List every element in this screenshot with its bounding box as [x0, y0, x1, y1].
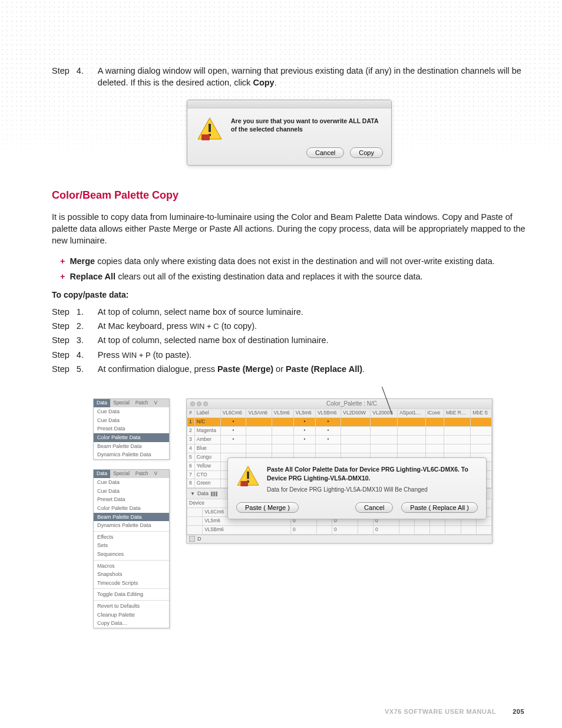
paste-replace-all-button[interactable]: Paste ( Replace All )	[401, 502, 478, 513]
menu-item[interactable]: Snapshots	[94, 570, 169, 579]
svg-rect-1	[209, 124, 211, 132]
menu-item[interactable]: Cleanup Palette	[94, 611, 169, 620]
disclosure-triangle-icon[interactable]: ▼	[190, 490, 195, 497]
menu-item[interactable]: Cue Data	[94, 416, 169, 425]
table-row[interactable]: 2Magenta	[187, 427, 492, 436]
column-header[interactable]: iCove	[425, 409, 444, 418]
window-title: Color_Palette : N/C	[211, 400, 492, 408]
step-body: A warning dialog window will open, warni…	[98, 65, 527, 89]
paste-dialog-bold: Paste All Color Palette Data for Device …	[267, 465, 478, 482]
paste-merge-button[interactable]: Paste ( Merge )	[236, 502, 299, 513]
status-d: D	[197, 535, 201, 543]
menu-item[interactable]: Cue Data	[94, 487, 169, 496]
tab-data[interactable]: Data	[94, 399, 110, 407]
menu-item[interactable]: Revert to Defaults	[94, 602, 169, 611]
menu-item[interactable]: Color Palette Data	[94, 504, 169, 513]
step-label: Step	[52, 65, 70, 89]
tab-patch[interactable]: Patch	[133, 399, 151, 407]
step-1: Step 1. At top of column, select name bo…	[52, 306, 527, 318]
plus-icon: +	[60, 255, 65, 267]
column-header[interactable]: VL5Am6	[246, 409, 272, 418]
bullet-merge: + Merge copies data only where existing …	[60, 255, 527, 267]
tab-v[interactable]: V	[151, 399, 161, 407]
copy-button[interactable]: Copy	[350, 147, 383, 158]
column-header[interactable]: VL6Cm6	[220, 409, 246, 418]
menu-item[interactable]: Color Palette Data	[94, 433, 169, 442]
tab-special[interactable]: Special	[110, 399, 133, 407]
menu-item[interactable]: Timecode Scripts	[94, 579, 169, 588]
column-header[interactable]: #	[187, 409, 195, 418]
bullet-list: + Merge copies data only where existing …	[60, 255, 527, 283]
statusbar: D	[187, 535, 492, 543]
menu-item[interactable]: Cue Data	[94, 478, 169, 487]
column-header[interactable]: MbE S	[471, 409, 492, 418]
step-4: Step 4. A warning dialog window will ope…	[52, 65, 527, 89]
column-header[interactable]: Label	[194, 409, 220, 418]
ui-cluster: Data Special Patch V Cue DataCue DataPre…	[93, 398, 527, 634]
menu-item[interactable]: Beam Palette Data	[94, 442, 169, 451]
menu-item[interactable]: Effects	[94, 533, 169, 542]
menu-item[interactable]: Macros	[94, 562, 169, 571]
overwrite-warning-dialog: Are you sure that you want to overwrite …	[187, 100, 392, 166]
page-footer: VX76 SOFTWARE USER MANUAL 205	[0, 708, 562, 715]
manual-title: VX76 SOFTWARE USER MANUAL	[385, 708, 496, 715]
warning-icon	[236, 465, 260, 486]
svg-rect-7	[240, 481, 248, 486]
step-number: 4.	[77, 65, 91, 89]
menu-item[interactable]: Preset Data	[94, 424, 169, 433]
tab-v[interactable]: V	[151, 470, 161, 478]
device-row[interactable]: VL5Bm6000	[187, 525, 492, 534]
column-header[interactable]: MbE R…	[444, 409, 471, 418]
step-3: Step 3. At top of column, selected name …	[52, 334, 527, 346]
bars-icon	[211, 492, 217, 496]
subheading: To copy/paste data:	[52, 289, 527, 301]
menu-tabs: Data Special Patch V	[94, 470, 169, 478]
menu-item[interactable]: Sequences	[94, 550, 169, 559]
tab-data[interactable]: Data	[94, 470, 110, 478]
menu-item[interactable]: Toggle Data Editing	[94, 590, 169, 599]
menu-item[interactable]: Copy Data…	[94, 619, 169, 628]
cancel-button[interactable]: Cancel	[306, 147, 344, 158]
tab-patch[interactable]: Patch	[133, 470, 151, 478]
table-row[interactable]: 4Blue	[187, 444, 492, 453]
data-menu-2: Data Special Patch V Cue DataCue DataPre…	[93, 469, 170, 628]
plus-icon: +	[60, 271, 65, 282]
warning-icon	[197, 117, 223, 140]
page-number: 205	[513, 708, 524, 715]
column-header[interactable]: ASpot1…	[398, 409, 425, 418]
menu-item[interactable]: Sets	[94, 541, 169, 550]
table-row[interactable]: 3Amber	[187, 436, 492, 444]
traffic-lights[interactable]	[187, 401, 211, 406]
table-row[interactable]: 1N/C	[187, 418, 492, 427]
dialog-message: Are you sure that you want to overwrite …	[231, 117, 382, 133]
column-header[interactable]: VL2000S	[371, 409, 398, 418]
bullet-replace-all: + Replace All clears out all of the exis…	[60, 271, 527, 282]
data-section-label: Data	[197, 490, 209, 498]
column-header[interactable]: VL5m6	[272, 409, 293, 418]
column-header[interactable]: VL5Bm6	[315, 409, 340, 418]
menu-item[interactable]: Preset Data	[94, 495, 169, 504]
cancel-button[interactable]: Cancel	[355, 502, 393, 513]
column-header[interactable]: VL5m6	[293, 409, 315, 418]
menu-item[interactable]: Beam Palette Data	[94, 513, 169, 522]
intro-paragraph: It is possible to copy data from luminai…	[52, 211, 527, 247]
menu-item[interactable]: Dynamics Palette Data	[94, 450, 169, 459]
data-menu-1: Data Special Patch V Cue DataCue DataPre…	[93, 398, 170, 459]
menu-item[interactable]: Cue Data	[94, 407, 169, 416]
step-4b: Step 4. Press WIN + P (to paste).	[52, 349, 527, 361]
menu-item[interactable]: Dynamics Palette Data	[94, 521, 169, 530]
paste-dialog-plain: Data for Device PRG Lighting-VL5A-DMX10 …	[267, 486, 478, 494]
status-icon	[189, 536, 195, 542]
svg-rect-3	[201, 134, 210, 140]
svg-rect-5	[247, 472, 249, 479]
paste-confirmation-dialog: Paste All Color Palette Data for Device …	[227, 457, 487, 519]
tab-special[interactable]: Special	[110, 470, 133, 478]
step-2: Step 2. At Mac keyboard, press WIN + C (…	[52, 320, 527, 332]
menu-tabs: Data Special Patch V	[94, 399, 169, 407]
step-5: Step 5. At confirmation dialogue, press …	[52, 363, 527, 375]
column-header[interactable]: VL2D00W	[341, 409, 371, 418]
section-heading: Color/Beam Palette Copy	[52, 188, 527, 203]
dialog-titlebar	[187, 100, 391, 108]
